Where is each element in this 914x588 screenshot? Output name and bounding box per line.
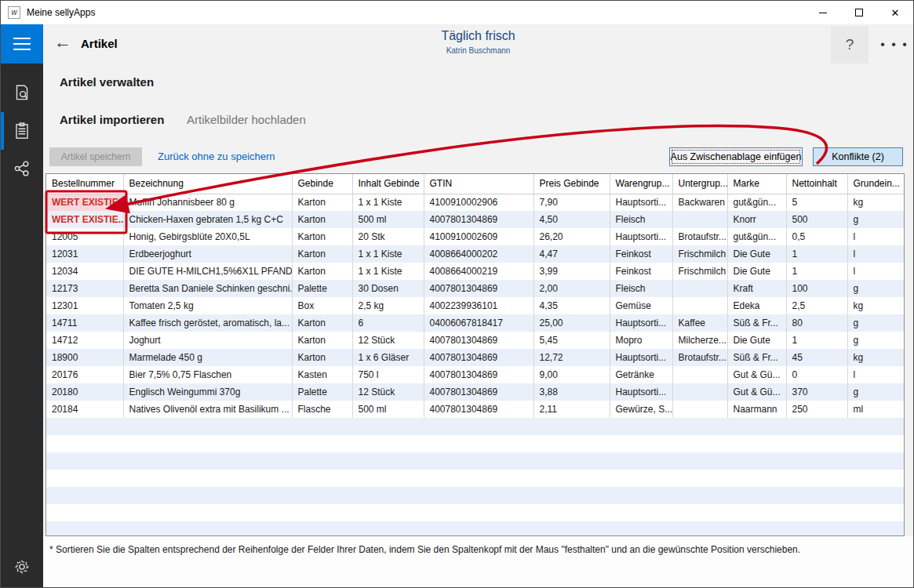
help-button[interactable]: ? bbox=[831, 26, 868, 64]
table-cell[interactable]: 7,90 bbox=[533, 194, 610, 211]
table-cell[interactable]: 4,47 bbox=[533, 245, 610, 263]
table-cell[interactable]: Knorr bbox=[727, 211, 786, 228]
table-cell[interactable]: 20 Stk bbox=[352, 228, 424, 245]
table-cell[interactable]: 20180 bbox=[46, 383, 123, 401]
table-cell[interactable]: ml bbox=[847, 401, 905, 418]
table-cell[interactable]: 9,00 bbox=[533, 366, 610, 383]
table-cell[interactable]: 20184 bbox=[46, 401, 123, 418]
table-cell[interactable]: Karton bbox=[292, 228, 352, 245]
table-cell[interactable]: 1 bbox=[786, 263, 847, 280]
table-cell[interactable]: Natives Olivenöl extra mit Basilikum ... bbox=[123, 401, 292, 418]
table-cell[interactable]: 80 bbox=[786, 314, 847, 332]
table-cell[interactable]: 4100910002906 bbox=[424, 194, 533, 211]
table-cell[interactable]: 1 x 6 Gläser bbox=[352, 349, 424, 366]
table-cell[interactable] bbox=[672, 280, 727, 297]
table-cell[interactable]: 12173 bbox=[46, 280, 123, 297]
table-cell[interactable]: 30 Dosen bbox=[352, 280, 424, 297]
table-cell[interactable]: Karton bbox=[292, 245, 352, 263]
more-options-button[interactable]: • • • bbox=[876, 26, 912, 64]
table-cell[interactable]: 12 Stück bbox=[352, 332, 424, 349]
table-cell[interactable]: 14711 bbox=[46, 314, 123, 332]
table-cell[interactable]: Fleisch bbox=[610, 211, 672, 228]
table-cell[interactable]: Hauptsorti... bbox=[610, 383, 672, 401]
sidebar-item-articles[interactable] bbox=[1, 112, 43, 150]
table-cell[interactable]: 12005 bbox=[46, 228, 123, 245]
table-cell[interactable]: 4002239936101 bbox=[424, 297, 533, 314]
table-cell[interactable]: 04006067818417 bbox=[424, 314, 533, 332]
table-cell[interactable]: kg bbox=[847, 349, 905, 366]
table-cell[interactable]: Englisch Weingummi 370g bbox=[123, 383, 292, 401]
table-cell[interactable]: g bbox=[847, 211, 905, 228]
table-cell[interactable]: 0,5 bbox=[786, 228, 847, 245]
table-cell[interactable]: Karton bbox=[292, 211, 352, 228]
table-cell[interactable]: DIE GUTE H-MILCH1,5%6X1L PFAND bbox=[123, 263, 292, 280]
table-cell[interactable]: gut&gün... bbox=[727, 228, 786, 245]
table-cell[interactable]: 2,00 bbox=[533, 280, 610, 297]
table-cell[interactable]: Hauptsorti... bbox=[610, 314, 672, 332]
column-header[interactable]: Warengrup... bbox=[610, 174, 672, 194]
table-cell[interactable]: 750 l bbox=[352, 366, 424, 383]
table-cell[interactable]: 4,50 bbox=[533, 211, 610, 228]
table-cell[interactable]: Brotaufstr... bbox=[672, 349, 727, 366]
table-cell[interactable]: Süß & Fr... bbox=[727, 314, 786, 332]
table-cell[interactable]: 5,45 bbox=[533, 332, 610, 349]
table-cell[interactable]: l bbox=[847, 366, 905, 383]
back-without-saving-link[interactable]: Zurück ohne zu speichern bbox=[158, 151, 275, 162]
table-cell[interactable]: 26,20 bbox=[533, 228, 610, 245]
column-header[interactable]: Inhalt Gebinde bbox=[352, 174, 424, 194]
table-cell[interactable]: Feinkost bbox=[610, 263, 672, 280]
conflicts-button[interactable]: Konflikte (2) bbox=[813, 147, 903, 166]
table-cell[interactable]: 1 x 1 Kiste bbox=[352, 194, 424, 211]
table-cell[interactable]: Palette bbox=[292, 383, 352, 401]
table-cell[interactable]: Die Gute bbox=[727, 245, 786, 263]
table-cell[interactable]: 5 bbox=[786, 194, 847, 211]
table-cell[interactable]: 250 bbox=[786, 401, 847, 418]
tab-artikelbilder-hochladen[interactable]: Artikelbilder hochladen bbox=[187, 113, 306, 126]
column-header[interactable]: GTIN bbox=[424, 174, 533, 194]
sidebar-item-settings[interactable] bbox=[1, 548, 43, 586]
table-cell[interactable]: 1 bbox=[786, 332, 847, 349]
table-cell[interactable]: Feinkost bbox=[610, 245, 672, 263]
table-cell[interactable]: Bier 7,5% 0,75 Flaschen bbox=[123, 366, 292, 383]
table-cell[interactable]: Marmelade 450 g bbox=[123, 349, 292, 366]
hamburger-menu-button[interactable] bbox=[1, 24, 43, 64]
table-cell[interactable]: Edeka bbox=[727, 297, 786, 314]
column-header[interactable]: Grundein... bbox=[847, 174, 905, 194]
table-cell[interactable]: 100 bbox=[786, 280, 847, 297]
table-cell[interactable]: Kasten bbox=[292, 366, 352, 383]
table-cell[interactable]: Süß & Fr... bbox=[727, 349, 786, 366]
table-cell[interactable]: 4007801304869 bbox=[424, 366, 533, 383]
table-cell[interactable]: 12,72 bbox=[533, 349, 610, 366]
column-header[interactable]: Untergrup... bbox=[672, 174, 727, 194]
table-cell[interactable]: 500 ml bbox=[352, 401, 424, 418]
column-header[interactable]: Bezeichnung bbox=[123, 174, 292, 194]
table-cell[interactable]: l bbox=[847, 228, 905, 245]
table-cell[interactable]: Hauptsorti... bbox=[610, 194, 672, 211]
table-cell[interactable]: g bbox=[847, 280, 905, 297]
table-cell[interactable]: Box bbox=[292, 297, 352, 314]
table-cell[interactable]: 2,5 kg bbox=[352, 297, 424, 314]
column-header[interactable]: Preis Gebinde bbox=[533, 174, 610, 194]
table-cell[interactable] bbox=[672, 366, 727, 383]
table-cell[interactable]: Gemüse bbox=[610, 297, 672, 314]
table-cell[interactable]: 12034 bbox=[46, 263, 123, 280]
table-cell[interactable]: 18900 bbox=[46, 349, 123, 366]
table-cell[interactable]: Die Gute bbox=[727, 263, 786, 280]
table-cell[interactable]: Honig, Gebirgsblüte 20X0,5L bbox=[123, 228, 292, 245]
table-cell[interactable]: 4007801304869 bbox=[424, 349, 533, 366]
table-cell[interactable]: 3,88 bbox=[533, 383, 610, 401]
table-cell[interactable]: 12 Stück bbox=[352, 383, 424, 401]
table-cell[interactable]: Hauptsorti... bbox=[610, 349, 672, 366]
table-cell[interactable]: 4007801304869 bbox=[424, 211, 533, 228]
table-cell[interactable]: Backwaren bbox=[672, 194, 727, 211]
column-header[interactable]: Marke bbox=[727, 174, 786, 194]
table-cell[interactable]: Tomaten 2,5 kg bbox=[123, 297, 292, 314]
save-articles-button[interactable]: Artikel speichern bbox=[49, 147, 142, 166]
column-header[interactable]: Nettoinhalt bbox=[786, 174, 847, 194]
table-cell[interactable]: Getränke bbox=[610, 366, 672, 383]
table-cell[interactable]: Erdbeerjoghurt bbox=[123, 245, 292, 263]
table-cell[interactable]: Frischmilch bbox=[672, 263, 727, 280]
table-cell[interactable] bbox=[672, 297, 727, 314]
table-cell[interactable]: Hauptsorti... bbox=[610, 228, 672, 245]
table-cell[interactable]: Karton bbox=[292, 263, 352, 280]
